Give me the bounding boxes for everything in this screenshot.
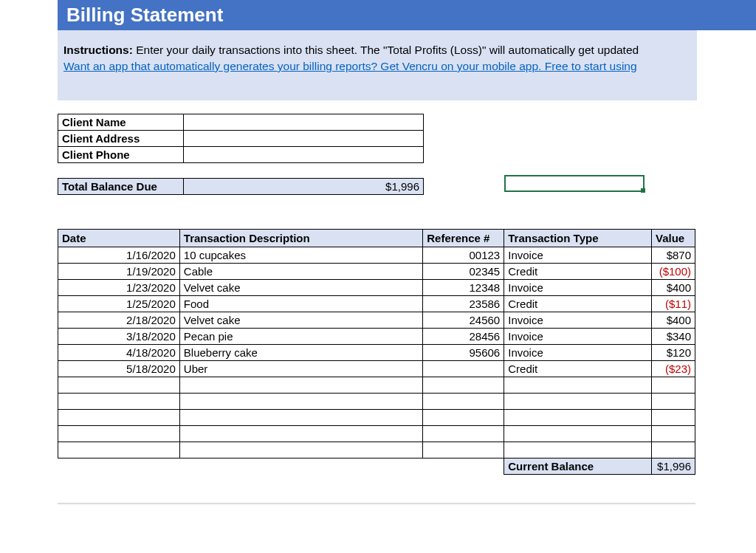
table-row-empty[interactable] [58, 426, 695, 442]
client-address-label: Client Address [58, 131, 184, 147]
cell-type[interactable]: Invoice [504, 247, 652, 264]
cell-value[interactable]: ($100) [651, 264, 695, 280]
instructions-label: Instructions: [63, 44, 136, 56]
client-phone-cell[interactable] [184, 147, 424, 163]
cell-desc[interactable]: Velvet cake [179, 280, 422, 296]
cell-value[interactable]: ($11) [651, 296, 695, 312]
cell-date[interactable]: 2/18/2020 [58, 312, 180, 329]
cell-value[interactable]: $400 [651, 312, 695, 329]
cell-type[interactable]: Invoice [504, 345, 652, 361]
cell-desc[interactable]: Velvet cake [179, 312, 422, 329]
instructions-text: Enter your daily transactions into this … [136, 44, 639, 56]
page-title: Billing Statement [58, 0, 756, 30]
cell-date[interactable]: 1/19/2020 [58, 264, 180, 280]
col-ref[interactable]: Reference # [423, 230, 504, 247]
cell-type[interactable]: Invoice [504, 329, 652, 345]
transactions-table: Date Transaction Description Reference #… [58, 229, 695, 475]
cell-desc[interactable]: Pecan pie [179, 329, 422, 345]
table-row[interactable]: 5/18/2020UberCredit($23) [58, 361, 695, 377]
cell-date[interactable]: 4/18/2020 [58, 345, 180, 361]
client-name-cell[interactable] [184, 114, 424, 131]
current-balance-row: Current Balance$1,996 [58, 458, 695, 475]
cell-ref[interactable]: 24560 [423, 312, 504, 329]
cell-ref[interactable]: 95606 [423, 345, 504, 361]
table-row[interactable]: 1/19/2020Cable02345Credit($100) [58, 264, 695, 280]
table-row-empty[interactable] [58, 410, 695, 426]
cell-date[interactable]: 1/16/2020 [58, 247, 180, 264]
table-row-empty[interactable] [58, 442, 695, 458]
selected-cell[interactable] [504, 175, 645, 192]
total-balance-table: Total Balance Due $1,996 [58, 178, 424, 195]
table-row-empty[interactable] [58, 394, 695, 410]
current-balance-label: Current Balance [504, 458, 652, 475]
cell-type[interactable]: Credit [504, 296, 652, 312]
table-row-empty[interactable] [58, 377, 695, 394]
total-balance-value: $1,996 [184, 179, 424, 195]
table-row[interactable]: 4/18/2020Blueberry cake95606Invoice$120 [58, 345, 695, 361]
client-name-label: Client Name [58, 114, 184, 131]
cell-value[interactable]: $400 [651, 280, 695, 296]
cell-ref[interactable] [423, 361, 504, 377]
cell-ref[interactable]: 23586 [423, 296, 504, 312]
cell-date[interactable]: 1/23/2020 [58, 280, 180, 296]
footer-divider [58, 503, 695, 505]
cell-value[interactable]: ($23) [651, 361, 695, 377]
client-address-cell[interactable] [184, 131, 424, 147]
col-date[interactable]: Date [58, 230, 180, 247]
cell-desc[interactable]: Cable [179, 264, 422, 280]
table-row[interactable]: 1/23/2020Velvet cake12348Invoice$400 [58, 280, 695, 296]
cell-ref[interactable]: 02345 [423, 264, 504, 280]
col-type[interactable]: Transaction Type [504, 230, 652, 247]
cell-ref[interactable]: 00123 [423, 247, 504, 264]
total-balance-label: Total Balance Due [58, 179, 184, 195]
cell-value[interactable]: $120 [651, 345, 695, 361]
client-info-table: Client Name Client Address Client Phone [58, 114, 424, 163]
table-row[interactable]: 1/25/2020Food23586Credit($11) [58, 296, 695, 312]
cell-desc[interactable]: 10 cupcakes [179, 247, 422, 264]
cell-desc[interactable]: Blueberry cake [179, 345, 422, 361]
table-row[interactable]: 1/16/202010 cupcakes00123Invoice$870 [58, 247, 695, 264]
col-desc[interactable]: Transaction Description [179, 230, 422, 247]
table-row[interactable]: 2/18/2020Velvet cake24560Invoice$400 [58, 312, 695, 329]
cell-ref[interactable]: 12348 [423, 280, 504, 296]
cell-desc[interactable]: Uber [179, 361, 422, 377]
cell-ref[interactable]: 28456 [423, 329, 504, 345]
cell-type[interactable]: Invoice [504, 312, 652, 329]
cell-type[interactable]: Invoice [504, 280, 652, 296]
client-phone-label: Client Phone [58, 147, 184, 163]
table-row[interactable]: 3/18/2020Pecan pie28456Invoice$340 [58, 329, 695, 345]
instructions-box: Instructions: Enter your daily transacti… [58, 30, 697, 100]
cell-type[interactable]: Credit [504, 361, 652, 377]
promo-link[interactable]: Want an app that automatically generates… [63, 60, 637, 72]
cell-date[interactable]: 1/25/2020 [58, 296, 180, 312]
current-balance-value: $1,996 [651, 458, 695, 475]
cell-value[interactable]: $340 [651, 329, 695, 345]
col-val[interactable]: Value [651, 230, 695, 247]
cell-date[interactable]: 3/18/2020 [58, 329, 180, 345]
cell-type[interactable]: Credit [504, 264, 652, 280]
cell-value[interactable]: $870 [651, 247, 695, 264]
cell-desc[interactable]: Food [179, 296, 422, 312]
cell-date[interactable]: 5/18/2020 [58, 361, 180, 377]
